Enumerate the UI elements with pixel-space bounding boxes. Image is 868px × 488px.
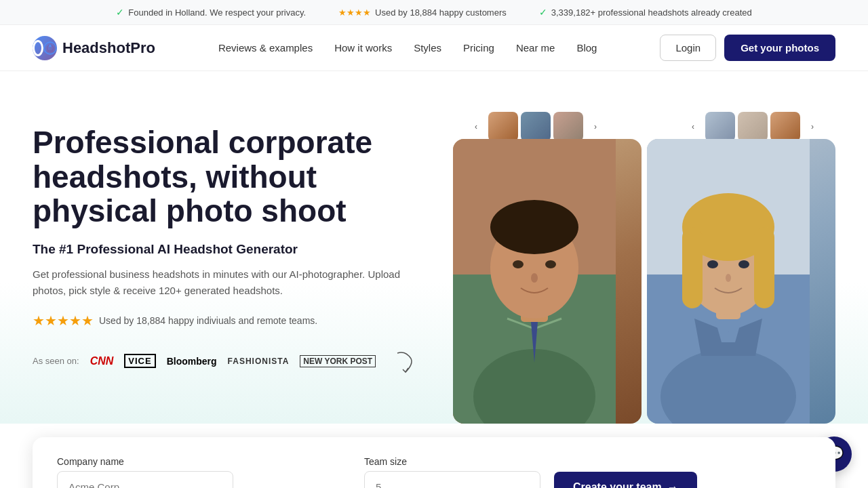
next-thumb-button[interactable]: › [586,117,605,136]
photo-female [647,139,835,424]
thumbnail-1[interactable] [488,112,518,142]
nav-pricing[interactable]: Pricing [463,42,494,54]
svg-point-23 [726,274,731,282]
nav-styles[interactable]: Styles [414,42,441,54]
hero-rating-text: Used by 18,884 happy indiviuals and remo… [99,315,317,326]
star-icons: ★★★★ [338,7,371,18]
team-size-field-group: Team size [364,456,540,488]
topbar-customers-text: Used by 18,884 happy customers [375,7,507,18]
svg-point-9 [490,200,578,254]
check-icon: ✓ [116,7,124,18]
company-field-group: Company name [57,456,351,488]
thumbnail-6[interactable] [770,112,800,142]
brand-fashionista: FASHIONISTA [228,357,290,366]
photo-grid [453,139,835,424]
svg-rect-19 [682,227,703,308]
brand-nyp: NEW YORK POST [300,355,376,367]
thumbnail-2[interactable] [521,112,551,142]
female-headshot-svg [647,139,810,424]
logo-text: HeadshotPro [62,39,155,57]
hero-description: Get professional business headshots in m… [33,266,426,299]
topbar-headshots-text: 3,339,182+ professional headshots alread… [551,7,752,18]
topbar-privacy-text: Founded in Holland. We respect your priv… [128,7,306,18]
topbar-item-headshots: ✓ 3,339,182+ professional headshots alre… [539,7,752,18]
hero-stars: ★★★★★ [33,312,94,329]
svg-point-2 [49,45,51,47]
hero-content: Professional corporate headshots, withou… [33,112,426,375]
nav-actions: Login Get your photos [660,35,835,61]
create-team-label: Create your team [573,481,662,488]
prev-thumb-button-2[interactable]: ‹ [684,117,703,136]
svg-point-0 [44,42,56,54]
get-photos-button[interactable]: Get your photos [724,35,835,61]
nav-links: Reviews & examples How it works Styles P… [218,42,597,54]
brand-bloomberg: Bloomberg [167,356,217,367]
thumbnail-5[interactable] [738,112,768,142]
male-headshot-svg [453,139,616,424]
nav-how-it-works[interactable]: How it works [334,42,392,54]
hero-photos: ‹ › ‹ › [453,112,835,424]
svg-point-11 [545,260,556,268]
logo-icon [33,36,57,60]
thumb-strip-right: ‹ › [684,112,822,142]
create-team-arrow: → [667,481,678,488]
as-seen-label: As seen on: [33,356,79,366]
thumbnail-4[interactable] [705,112,735,142]
topbar-item-customers: ★★★★ Used by 18,884 happy customers [338,7,507,18]
next-thumb-button-2[interactable]: › [803,117,822,136]
thumb-strip-left: ‹ › [467,112,605,142]
login-button[interactable]: Login [660,35,716,61]
hero-section: Professional corporate headshots, withou… [0,71,868,424]
top-bar: ✓ Founded in Holland. We respect your pr… [0,0,868,25]
navbar: HeadshotPro Reviews & examples How it wo… [0,25,868,71]
team-size-input[interactable] [364,471,540,488]
decorative-arrow [392,348,419,375]
company-input[interactable] [57,471,233,488]
as-seen-row: As seen on: CNN VICE Bloomberg FASHIONIS… [33,348,426,375]
nav-near-me[interactable]: Near me [516,42,555,54]
svg-point-12 [531,273,538,283]
rating-row: ★★★★★ Used by 18,884 happy indiviuals an… [33,312,426,329]
svg-point-10 [513,260,524,268]
brand-vice: VICE [124,354,155,368]
nav-reviews[interactable]: Reviews & examples [218,42,313,54]
company-label: Company name [57,456,351,467]
brand-cnn: CNN [90,355,114,367]
photo-male [453,139,642,424]
svg-point-21 [707,260,718,268]
svg-rect-20 [754,227,774,308]
team-size-label: Team size [364,456,540,467]
team-form: Company name Team size Create your team … [33,437,835,488]
nav-blog[interactable]: Blog [576,42,597,54]
logo[interactable]: HeadshotPro [33,36,155,60]
thumbnail-3[interactable] [553,112,583,142]
create-team-button[interactable]: Create your team → [554,472,697,488]
check-icon-2: ✓ [539,7,547,18]
prev-thumb-button[interactable]: ‹ [467,117,486,136]
svg-point-22 [738,260,749,268]
topbar-item-privacy: ✓ Founded in Holland. We respect your pr… [116,7,306,18]
hero-title: Professional corporate headshots, withou… [33,125,426,228]
hero-subtitle: The #1 Professional AI Headshot Generato… [33,242,426,257]
